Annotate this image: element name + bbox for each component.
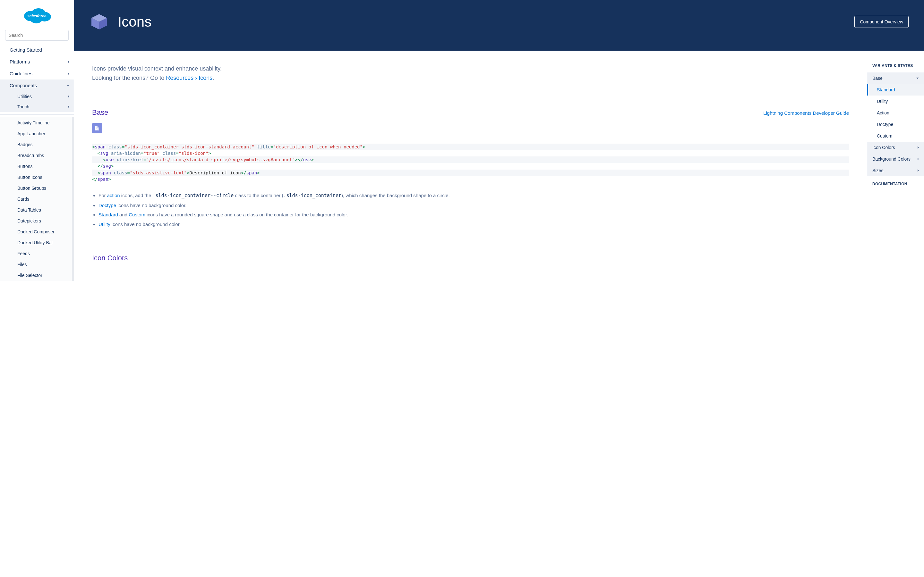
chevron-right-icon <box>918 158 919 160</box>
bullet-item: Standard and Custom icons have a rounded… <box>99 211 849 219</box>
search-box <box>5 30 69 41</box>
left-sidebar: salesforce Getting Started Platforms Gui… <box>0 0 74 577</box>
comp-item[interactable]: Buttons <box>0 161 72 172</box>
comp-item[interactable]: Docked Utility Bar <box>0 237 72 248</box>
nav-item-components[interactable]: Components <box>0 79 74 91</box>
t: class to the container ( <box>234 193 283 198</box>
chevron-right-icon <box>918 146 919 149</box>
content-area: Icons provide visual context and enhance… <box>74 51 867 577</box>
nav-sub-utilities[interactable]: Utilities <box>0 91 74 102</box>
svg-rect-12 <box>96 127 97 128</box>
svg-rect-13 <box>97 127 97 128</box>
nav-label: Platforms <box>10 59 30 64</box>
right-nav: VARIANTS & STATES Base Standard Utility … <box>867 51 924 577</box>
nav-label: Getting Started <box>10 47 42 53</box>
comp-item[interactable]: Feeds <box>0 248 72 259</box>
nav-sub-touch[interactable]: Touch <box>0 102 74 112</box>
svg-rect-15 <box>97 128 97 129</box>
code-title-val: description of icon when needed <box>276 144 360 149</box>
link-utility[interactable]: Utility <box>99 221 110 227</box>
chevron-right-icon <box>68 105 69 108</box>
rn-item-icon-colors[interactable]: Icon Colors <box>867 142 924 153</box>
section-title-base: Base <box>92 108 108 117</box>
chevron-right-icon <box>68 61 69 63</box>
right-nav-title: VARIANTS & STATES <box>867 63 924 73</box>
comp-item[interactable]: Button Groups <box>0 183 72 193</box>
page-title: Icons <box>118 14 152 30</box>
link-standard[interactable]: Standard <box>99 212 118 218</box>
nav-label: Guidelines <box>10 71 32 76</box>
search-input[interactable] <box>5 30 69 41</box>
comp-item[interactable]: Activity Timeline <box>0 117 72 128</box>
nav-label: Touch <box>17 104 29 109</box>
t: icons have no background color. <box>116 203 186 208</box>
divider <box>867 179 924 179</box>
rn-label: Background Colors <box>872 156 911 161</box>
intro-line1: Icons provide visual context and enhance… <box>92 64 849 73</box>
link-dev-guide[interactable]: Lightning Components Developer Guide <box>763 110 849 116</box>
link-doctype[interactable]: Doctype <box>99 203 116 208</box>
link-action[interactable]: action <box>107 193 120 198</box>
link-resources-icons[interactable]: Resources › Icons <box>166 75 212 81</box>
divider <box>0 114 74 115</box>
logo-area: salesforce <box>0 0 74 29</box>
code: .slds-icon_container--circle <box>152 193 234 198</box>
cube-icon <box>89 12 109 31</box>
component-overview-button[interactable]: Component Overview <box>855 16 909 28</box>
intro-suffix: . <box>212 75 214 81</box>
code-text-val: Description of icon <box>190 170 241 175</box>
t: For <box>99 193 107 198</box>
svg-rect-9 <box>97 127 99 130</box>
comp-item[interactable]: Badges <box>0 139 72 150</box>
t: and <box>118 212 129 218</box>
rn-label: Custom <box>877 133 892 139</box>
comp-item[interactable]: Button Icons <box>0 172 72 183</box>
rn-item-action[interactable]: Action <box>867 107 924 119</box>
t: icons have a rounded square shape and us… <box>145 212 348 218</box>
rn-label: Action <box>877 110 889 115</box>
link-custom[interactable]: Custom <box>129 212 145 218</box>
main: Icons Component Overview Icons provide v… <box>74 0 924 577</box>
nav-item-getting-started[interactable]: Getting Started <box>0 44 74 56</box>
rn-item-standard[interactable]: Standard <box>867 84 924 95</box>
code-block: <span class="slds-icon_container slds-ic… <box>92 143 849 183</box>
chevron-down-icon <box>916 77 919 79</box>
rn-item-base[interactable]: Base <box>867 73 924 84</box>
t: ), which changes the background shape to… <box>341 193 450 198</box>
bullet-item: Utility icons have no background color. <box>99 220 849 229</box>
nav-label: Utilities <box>17 94 32 99</box>
rn-item-custom[interactable]: Custom <box>867 130 924 142</box>
chevron-down-icon <box>67 85 69 86</box>
header-left: Icons <box>89 12 152 31</box>
rn-item-sizes[interactable]: Sizes <box>867 165 924 176</box>
rn-item-utility[interactable]: Utility <box>867 95 924 107</box>
comp-item[interactable]: Docked Composer <box>0 226 72 237</box>
code: .slds-icon_container <box>283 193 341 198</box>
nav-label: Components <box>10 83 37 88</box>
sidebar-nav: Getting Started Platforms Guidelines Com… <box>0 44 74 112</box>
comp-item[interactable]: App Launcher <box>0 128 72 139</box>
rn-label: Standard <box>877 87 895 92</box>
comp-item[interactable]: Cards <box>0 193 72 205</box>
comp-item[interactable]: Datepickers <box>0 215 72 226</box>
comp-item[interactable]: Data Tables <box>0 205 72 215</box>
account-icon-demo <box>92 123 102 133</box>
svg-rect-17 <box>98 129 99 130</box>
intro-text: Icons provide visual context and enhance… <box>92 64 849 83</box>
intro-prefix: Looking for the icons? Go to <box>92 75 166 81</box>
nav-item-platforms[interactable]: Platforms <box>0 56 74 68</box>
svg-rect-10 <box>96 126 97 127</box>
right-nav-doc[interactable]: DOCUMENTATION <box>867 182 924 191</box>
comp-item[interactable]: File Selector <box>0 270 72 281</box>
svg-rect-11 <box>97 126 97 127</box>
section-head-base: Base Lightning Components Developer Guid… <box>92 108 849 117</box>
nav-item-guidelines[interactable]: Guidelines <box>0 68 74 79</box>
content-row: Icons provide visual context and enhance… <box>74 51 924 577</box>
rn-label: Icon Colors <box>872 145 895 150</box>
section-icon-colors: Icon Colors <box>92 254 849 262</box>
comp-item[interactable]: Files <box>0 259 72 270</box>
rn-item-bg-colors[interactable]: Background Colors <box>867 153 924 165</box>
bullet-item: For action icons, add the .slds-icon_con… <box>99 191 849 200</box>
comp-item[interactable]: Breadcrumbs <box>0 150 72 161</box>
rn-item-doctype[interactable]: Doctype <box>867 119 924 130</box>
